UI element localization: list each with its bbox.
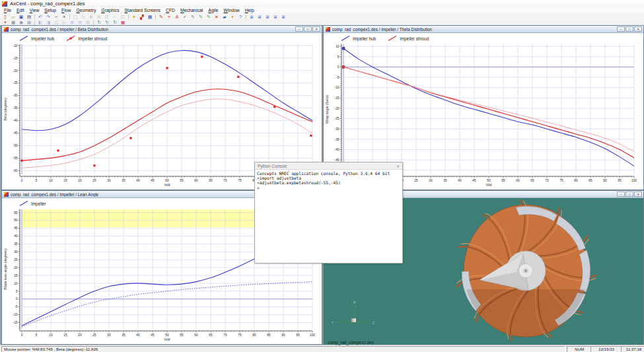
report-icon[interactable]: ▤: [25, 20, 33, 25]
menu-flow[interactable]: Flow: [59, 7, 73, 13]
redo-icon[interactable]: ↷: [44, 14, 52, 20]
undo-icon[interactable]: ↶: [36, 14, 44, 20]
view-cube-icon[interactable]: ▩: [119, 20, 127, 25]
menu-file[interactable]: File: [1, 7, 14, 13]
restore-icon[interactable]: □: [304, 26, 312, 32]
close-icon[interactable]: ✕: [312, 26, 320, 32]
menu-help[interactable]: Help: [242, 7, 257, 13]
svg-text:70: 70: [545, 179, 549, 182]
menu-graphics[interactable]: Graphics: [98, 7, 122, 13]
legend-label: Impeller: [31, 201, 46, 206]
edit-shroud-icon[interactable]: ✎: [205, 14, 213, 20]
layout-one-icon[interactable]: ◧: [36, 20, 44, 25]
zoom-out-icon[interactable]: ⊖: [95, 14, 103, 20]
new-icon[interactable]: ▯: [1, 14, 9, 20]
zoom-in-step-icon[interactable]: +: [60, 14, 68, 20]
close-icon[interactable]: ✕: [634, 192, 642, 197]
check-icon[interactable]: ✓: [181, 14, 189, 20]
pan-icon[interactable]: ⇔: [111, 14, 119, 20]
cascade-icon[interactable]: ⊡: [84, 20, 92, 25]
menu-agile[interactable]: Agile: [205, 7, 221, 13]
menu-setup[interactable]: Setup: [42, 7, 59, 13]
menu-standard-screens[interactable]: Standard Screens: [122, 7, 163, 13]
menu-mechanical[interactable]: Mechanical: [178, 7, 205, 13]
svg-text:70: 70: [223, 334, 227, 337]
refresh-icon[interactable]: ↻: [79, 14, 87, 20]
annotate-icon[interactable]: A: [173, 14, 181, 20]
close-icon[interactable]: ✕: [396, 164, 400, 168]
print-icon[interactable]: ▤: [25, 14, 33, 20]
fit-view-icon[interactable]: ◱: [119, 14, 127, 20]
window-lean-title: comp_rad_compex1.des / Impeller / Lean A…: [11, 192, 98, 197]
layout-two-icon[interactable]: ◨: [44, 20, 52, 25]
close-icon[interactable]: ✕: [634, 26, 642, 32]
status-time: 11:37:18: [621, 346, 644, 352]
restore-icon[interactable]: □: [626, 192, 633, 197]
menu-view[interactable]: View: [27, 7, 42, 13]
layers-4-icon[interactable]: ≣: [271, 14, 279, 20]
layers-1-icon[interactable]: ≣: [248, 14, 256, 20]
edit-mean-icon[interactable]: ✎: [197, 14, 205, 20]
window-3d-buttons: –□✕: [617, 192, 642, 197]
menu-edit[interactable]: Edit: [14, 7, 27, 13]
pin-icon[interactable]: ▾: [229, 14, 236, 20]
layers-3-icon[interactable]: ≣: [264, 14, 271, 20]
svg-text:60: 60: [194, 179, 198, 182]
svg-text:30: 30: [429, 179, 433, 182]
layout-grid-icon[interactable]: ◫: [52, 20, 60, 25]
svg-text:95: 95: [618, 179, 622, 182]
document-icon: [4, 192, 9, 197]
tile-v-icon[interactable]: ⊟: [76, 20, 84, 25]
rotate-y-icon[interactable]: ↻: [103, 20, 111, 25]
svg-text:30: 30: [107, 179, 111, 182]
play-icon[interactable]: ▷: [60, 20, 68, 25]
minimize-icon[interactable]: –: [295, 26, 303, 32]
zoom-window-icon[interactable]: ⊡: [103, 14, 111, 20]
help-pick-icon[interactable]: ?: [236, 14, 244, 20]
rotate-z-icon[interactable]: ↻: [111, 20, 119, 25]
tile-h-icon[interactable]: ⊞: [68, 20, 76, 25]
svg-text:50: 50: [14, 219, 18, 222]
edit-hub-icon[interactable]: ✎: [189, 14, 197, 20]
minimize-icon[interactable]: –: [617, 26, 625, 32]
svg-text:65: 65: [209, 334, 213, 337]
rotate-x-icon[interactable]: ↻: [95, 20, 103, 25]
svg-text:25: 25: [92, 179, 96, 182]
window-theta-titlebar[interactable]: comp_rad_compex1.des / Impeller / Theta …: [324, 26, 643, 33]
svg-text:5: 5: [338, 55, 340, 59]
zoom-in-icon[interactable]: ⊕: [87, 14, 95, 20]
toolbar-separator: [34, 15, 35, 19]
menu-window[interactable]: Window: [221, 7, 242, 13]
save-icon[interactable]: ▣: [17, 14, 25, 20]
window-beta-titlebar[interactable]: comp_rad_compex1.des / Impeller / Beta D…: [2, 26, 322, 33]
status-date: 12/15/23: [590, 346, 622, 352]
legend-line-sample: [388, 35, 398, 42]
mesh-icon[interactable]: ▦: [9, 20, 17, 25]
svg-text:85: 85: [267, 334, 271, 337]
select-icon[interactable]: ▢: [71, 14, 79, 20]
grid-view-icon[interactable]: ▦: [146, 14, 154, 20]
open-icon[interactable]: ▱: [9, 14, 17, 20]
svg-text:-40: -40: [335, 148, 340, 151]
cfd-run-icon[interactable]: ✦: [1, 20, 9, 25]
flag-icon[interactable]: ▰: [221, 14, 229, 20]
angle-tool-icon[interactable]: «: [165, 14, 173, 20]
design-point-icon[interactable]: ✦: [130, 14, 138, 20]
solver-icon[interactable]: ◉: [17, 20, 25, 25]
sketcher-icon[interactable]: ✎: [157, 14, 165, 20]
menu-geometry[interactable]: Geometry: [73, 7, 98, 13]
python-console-input[interactable]: Concepts NREC application console, Pytho…: [255, 170, 402, 263]
delete-curve-icon[interactable]: ✕: [213, 14, 221, 20]
blade-editor-icon[interactable]: ▞: [138, 14, 146, 20]
svg-text:50: 50: [487, 179, 491, 182]
minimize-icon[interactable]: –: [617, 192, 625, 197]
svg-text:10: 10: [336, 45, 340, 48]
zoom-out-step-icon[interactable]: −: [52, 14, 60, 20]
layers-2-icon[interactable]: ≣: [256, 14, 264, 20]
window-beta-title: comp_rad_compex1.des / Impeller / Beta D…: [11, 27, 108, 32]
restore-icon[interactable]: □: [626, 26, 633, 32]
menu-cfd[interactable]: CFD: [163, 7, 178, 13]
python-console-titlebar[interactable]: Python Console ✕: [255, 162, 402, 170]
layers-5-icon[interactable]: ≣: [279, 14, 287, 20]
axcent-logo-icon: [2, 1, 7, 7]
